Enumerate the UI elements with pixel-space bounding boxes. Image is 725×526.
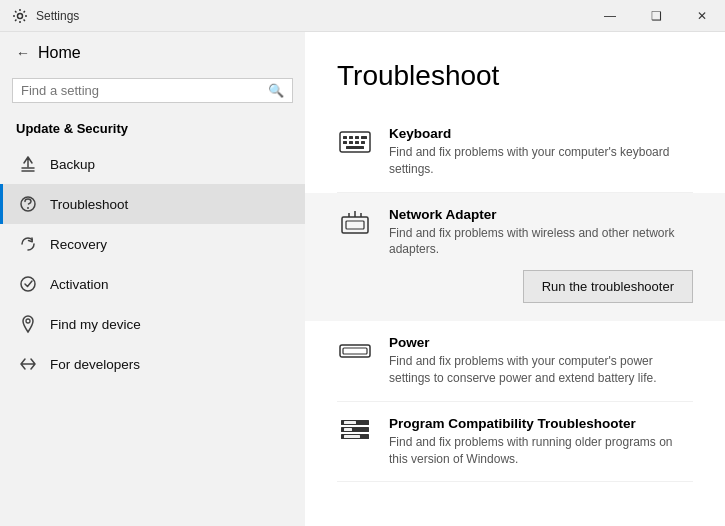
svg-rect-27	[344, 435, 360, 438]
keyboard-desc: Find and fix problems with your computer…	[389, 144, 693, 178]
search-input[interactable]	[21, 83, 268, 98]
backup-icon	[16, 154, 40, 174]
power-icon	[337, 337, 373, 365]
section-title: Update & Security	[0, 115, 305, 144]
find-my-device-label: Find my device	[50, 317, 141, 332]
svg-rect-16	[346, 221, 364, 229]
developers-icon	[16, 354, 40, 374]
network-adapter-icon	[337, 209, 373, 237]
svg-rect-7	[349, 136, 353, 139]
page-title: Troubleshoot	[337, 60, 693, 92]
run-troubleshooter-button[interactable]: Run the troubleshooter	[523, 270, 693, 303]
svg-point-0	[18, 13, 23, 18]
keyboard-title: Keyboard	[389, 126, 693, 141]
list-item-keyboard: Keyboard Find and fix problems with your…	[337, 112, 693, 193]
list-item-network-adapter: Network Adapter Find and fix problems wi…	[305, 193, 725, 322]
minimize-button[interactable]: —	[587, 0, 633, 32]
keyboard-icon	[337, 128, 373, 156]
svg-rect-20	[340, 345, 370, 357]
svg-point-3	[21, 277, 35, 291]
close-button[interactable]: ✕	[679, 0, 725, 32]
home-label: Home	[38, 44, 81, 62]
back-navigation[interactable]: ← Home	[0, 32, 305, 74]
svg-rect-8	[355, 136, 359, 139]
svg-rect-26	[344, 428, 352, 431]
svg-rect-12	[355, 141, 359, 144]
activation-label: Activation	[50, 277, 109, 292]
search-container: 🔍	[12, 78, 293, 103]
keyboard-text: Keyboard Find and fix problems with your…	[389, 126, 693, 178]
titlebar-left: Settings	[12, 8, 79, 24]
sidebar-item-find-my-device[interactable]: Find my device	[0, 304, 305, 344]
activation-icon	[16, 274, 40, 294]
settings-icon	[12, 8, 28, 24]
program-compat-desc: Find and fix problems with running older…	[389, 434, 693, 468]
svg-rect-11	[349, 141, 353, 144]
recovery-icon	[16, 234, 40, 254]
for-developers-label: For developers	[50, 357, 140, 372]
power-text: Power Find and fix problems with your co…	[389, 335, 693, 387]
network-adapter-desc: Find and fix problems with wireless and …	[389, 225, 693, 259]
sidebar-item-backup[interactable]: Backup	[0, 144, 305, 184]
troubleshoot-label: Troubleshoot	[50, 197, 128, 212]
program-compat-text: Program Compatibility Troubleshooter Fin…	[389, 416, 693, 468]
power-desc: Find and fix problems with your computer…	[389, 353, 693, 387]
backup-label: Backup	[50, 157, 95, 172]
svg-rect-14	[346, 146, 364, 149]
sidebar-item-for-developers[interactable]: For developers	[0, 344, 305, 384]
search-icon: 🔍	[268, 83, 284, 98]
svg-rect-13	[361, 141, 365, 144]
svg-rect-9	[361, 136, 367, 139]
power-title: Power	[389, 335, 693, 350]
svg-rect-6	[343, 136, 347, 139]
sidebar-item-recovery[interactable]: Recovery	[0, 224, 305, 264]
svg-rect-25	[344, 421, 356, 424]
list-item-program-compatibility: Program Compatibility Troubleshooter Fin…	[337, 402, 693, 483]
svg-rect-10	[343, 141, 347, 144]
sidebar-item-activation[interactable]: Activation	[0, 264, 305, 304]
main-container: ← Home 🔍 Update & Security Backup	[0, 32, 725, 526]
sidebar: ← Home 🔍 Update & Security Backup	[0, 32, 305, 526]
back-arrow-icon: ←	[16, 45, 30, 61]
program-compat-title: Program Compatibility Troubleshooter	[389, 416, 693, 431]
titlebar-controls: — ❑ ✕	[587, 0, 725, 32]
svg-rect-21	[343, 348, 367, 354]
list-item-power: Power Find and fix problems with your co…	[337, 321, 693, 402]
find-device-icon	[16, 314, 40, 334]
content-area: Troubleshoot Keyboard Fi	[305, 32, 725, 526]
svg-point-2	[27, 207, 29, 209]
titlebar: Settings — ❑ ✕	[0, 0, 725, 32]
maximize-button[interactable]: ❑	[633, 0, 679, 32]
recovery-label: Recovery	[50, 237, 107, 252]
program-compat-icon	[337, 418, 373, 446]
network-adapter-title: Network Adapter	[389, 207, 693, 222]
svg-point-4	[26, 319, 30, 323]
network-adapter-text: Network Adapter Find and fix problems wi…	[389, 207, 693, 308]
troubleshoot-icon	[16, 194, 40, 214]
sidebar-item-troubleshoot[interactable]: Troubleshoot	[0, 184, 305, 224]
titlebar-title: Settings	[36, 9, 79, 23]
